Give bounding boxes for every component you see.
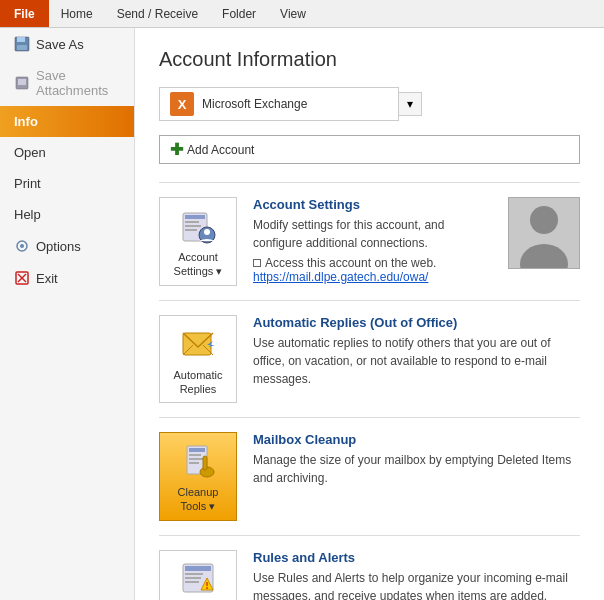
sidebar-item-save-attachments[interactable]: Save Attachments [0,60,134,106]
sidebar-item-exit[interactable]: Exit [0,262,134,294]
tool-box-automatic-replies[interactable]: AutomaticReplies [159,315,237,404]
section-account-settings: AccountSettings ▾ Account Settings Modif… [159,182,580,300]
svg-rect-31 [203,456,207,470]
section-automatic-replies: AutomaticReplies Automatic Replies (Out … [159,300,580,418]
svg-point-39 [206,587,208,589]
exchange-dropdown-arrow[interactable]: ▾ [399,92,422,116]
section-text-rules-alerts: Rules and Alerts Use Rules and Alerts to… [253,550,580,600]
options-label: Options [36,239,81,254]
svg-rect-34 [185,573,203,575]
section-desc-rules-alerts: Use Rules and Alerts to help organize yo… [253,569,580,600]
save-attachments-label: Save Attachments [36,68,120,98]
tool-label-automatic-replies: AutomaticReplies [174,368,223,397]
section-title-automatic-replies: Automatic Replies (Out of Office) [253,315,580,330]
svg-rect-35 [185,577,201,579]
exchange-label: Microsoft Exchange [202,97,307,111]
svg-rect-13 [185,215,205,219]
sidebar-item-help[interactable]: Help [0,199,134,230]
section-desc-account-settings: Modify settings for this account, and co… [253,216,492,252]
sidebar-item-print[interactable]: Print [0,168,134,199]
sidebar: Save As Save Attachments Info Open Print… [0,28,135,600]
exchange-selector[interactable]: X Microsoft Exchange [159,87,399,121]
sidebar-item-info[interactable]: Info [0,106,134,137]
section-title-cleanup-tools: Mailbox Cleanup [253,432,580,447]
exchange-row: X Microsoft Exchange ▾ [159,87,580,121]
svg-point-6 [20,244,24,248]
tool-icon-account-settings [178,206,218,246]
owa-link[interactable]: https://mail.dlpe.gatech.edu/owa/ [253,270,428,284]
svg-rect-29 [189,462,199,464]
view-menu[interactable]: View [268,0,318,27]
save-as-icon [14,36,30,52]
tool-box-account-settings[interactable]: AccountSettings ▾ [159,197,237,286]
svg-rect-15 [185,225,201,227]
plus-icon: ✚ [170,140,183,159]
tool-box-rules-alerts[interactable]: Manage Rules& Alerts [159,550,237,600]
svg-rect-2 [17,45,27,50]
file-menu[interactable]: File [0,0,49,27]
main-content: Account Information X Microsoft Exchange… [135,28,604,600]
sections-container: AccountSettings ▾ Account Settings Modif… [159,182,580,600]
exit-icon [14,270,30,286]
arrow-icon: ▾ [407,97,413,111]
svg-text:X: X [178,97,187,112]
sidebar-item-open[interactable]: Open [0,137,134,168]
section-text-automatic-replies: Automatic Replies (Out of Office) Use au… [253,315,580,388]
tool-label-cleanup-tools: CleanupTools ▾ [178,485,219,514]
svg-rect-4 [18,79,26,85]
section-title-account-settings: Account Settings [253,197,492,212]
home-menu[interactable]: Home [49,0,105,27]
tool-label-account-settings: AccountSettings ▾ [174,250,223,279]
svg-point-18 [204,229,210,235]
section-desc-automatic-replies: Use automatic replies to notify others t… [253,334,580,388]
options-icon [14,238,30,254]
section-text-cleanup-tools: Mailbox Cleanup Manage the size of your … [253,432,580,487]
svg-rect-28 [189,458,203,460]
folder-menu[interactable]: Folder [210,0,268,27]
svg-rect-1 [17,37,25,42]
bullet-row-account-settings: Access this account on the web. [253,256,492,270]
add-account-label: Add Account [187,143,254,157]
section-rules-alerts: Manage Rules& Alerts Rules and Alerts Us… [159,535,580,600]
exit-label: Exit [36,271,58,286]
svg-rect-26 [189,448,205,452]
send-receive-menu[interactable]: Send / Receive [105,0,210,27]
save-as-label: Save As [36,37,84,52]
section-cleanup-tools: CleanupTools ▾ Mailbox Cleanup Manage th… [159,417,580,535]
save-attachments-icon [14,75,30,91]
tool-icon-rules-alerts [178,559,218,599]
main-layout: Save As Save Attachments Info Open Print… [0,28,604,600]
sidebar-item-save-as[interactable]: Save As [0,28,134,60]
profile-avatar [508,197,580,269]
sidebar-item-options[interactable]: Options [0,230,134,262]
svg-rect-36 [185,581,199,583]
tool-box-cleanup-tools[interactable]: CleanupTools ▾ [159,432,237,521]
section-desc-cleanup-tools: Manage the size of your mailbox by empty… [253,451,580,487]
tool-icon-cleanup-tools [178,441,218,481]
menu-bar: File Home Send / Receive Folder View [0,0,604,28]
section-text-account-settings: Account Settings Modify settings for thi… [253,197,492,284]
exchange-icon: X [170,92,194,116]
tool-icon-automatic-replies [178,324,218,364]
svg-rect-16 [185,229,197,231]
add-account-button[interactable]: ✚ Add Account [159,135,580,164]
page-title: Account Information [159,48,580,71]
bullet-icon [253,259,261,267]
svg-rect-33 [185,566,211,571]
bullet-text-account-settings: Access this account on the web. [265,256,436,270]
section-title-rules-alerts: Rules and Alerts [253,550,580,565]
info-label: Info [14,114,38,129]
svg-rect-14 [185,221,199,223]
svg-rect-27 [189,454,201,456]
svg-point-20 [530,206,558,234]
